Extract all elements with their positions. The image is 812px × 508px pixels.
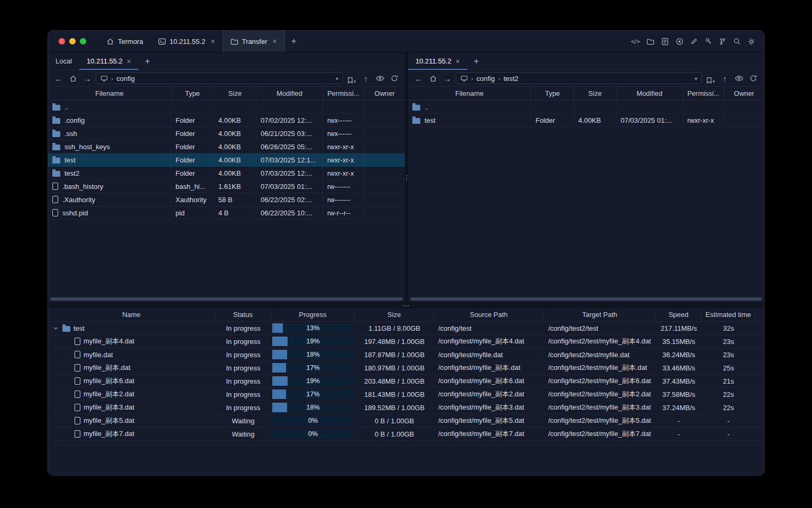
tab-transfer[interactable]: Transfer × (223, 31, 285, 52)
tab-close-icon[interactable]: × (273, 37, 277, 46)
path-segment[interactable]: config (116, 75, 135, 83)
file-row[interactable]: ssh_host_keysFolder4.00KB06/26/2025 05:.… (48, 140, 405, 153)
file-size: 4.00KB (214, 167, 256, 179)
computer-icon (460, 75, 468, 82)
panel-new-tab-button[interactable]: + (139, 52, 156, 70)
home-button[interactable] (67, 72, 79, 84)
transfer-table-header: Name Status Progress Size Source Path Ta… (48, 308, 764, 322)
zoom-window-button[interactable] (80, 38, 86, 44)
column-header[interactable]: Name (48, 308, 215, 321)
file-row[interactable]: sshd.pidpid4 B06/22/2025 10:...rw-r--r-- (48, 206, 405, 220)
tab-termora[interactable]: Termora (99, 31, 151, 52)
refresh-button[interactable] (389, 72, 400, 84)
column-header[interactable]: Progress (271, 308, 355, 321)
column-header[interactable]: Status (215, 308, 271, 321)
transfer-row[interactable]: myfile_副本7.datWaiting0%0 B / 1.00GB/conf… (48, 428, 764, 441)
column-header[interactable]: Target Path (544, 308, 656, 321)
back-button[interactable]: ← (413, 72, 425, 84)
horizontal-scrollbar[interactable] (410, 297, 762, 301)
back-button[interactable]: ← (53, 72, 64, 84)
new-tab-button[interactable]: + (285, 31, 303, 52)
home-button[interactable] (427, 72, 439, 84)
forward-button[interactable]: → (441, 72, 453, 84)
horizontal-scrollbar[interactable] (50, 297, 403, 301)
tab-close-icon[interactable]: × (127, 57, 131, 66)
chevron-down-icon[interactable]: ▾ (336, 76, 338, 81)
column-header[interactable]: Type (171, 87, 214, 100)
bookmark-button[interactable]: ▾ (346, 72, 357, 84)
horizontal-splitter[interactable]: ⋯ (48, 303, 764, 308)
tab-local[interactable]: Local (48, 52, 79, 70)
column-header[interactable]: Estimated time (702, 308, 755, 321)
forward-button[interactable]: → (81, 72, 93, 84)
file-row[interactable]: .sshFolder4.00KB06/21/2025 03:...rwx----… (48, 127, 405, 140)
file-owner (364, 127, 405, 140)
minimize-window-button[interactable] (69, 38, 76, 44)
file-modified (256, 101, 323, 113)
column-header[interactable]: Size (355, 308, 434, 321)
transfer-row[interactable]: myfile_副本4.datIn progress19%197.48MB / 1… (48, 335, 764, 348)
column-header[interactable]: Size (574, 87, 616, 100)
file-type: Folder (171, 153, 214, 166)
toggle-hidden-files-button[interactable] (733, 72, 745, 84)
column-header[interactable]: Source Path (434, 308, 544, 321)
column-header[interactable]: Modified (616, 87, 683, 100)
tab-close-icon[interactable]: × (210, 37, 215, 46)
file-row[interactable]: testFolder4.00KB07/03/2025 01:...rwxr-xr… (408, 114, 764, 127)
panel-new-tab-button[interactable]: + (467, 52, 485, 70)
breadcrumb-separator: › (471, 75, 473, 83)
refresh-button[interactable] (748, 72, 759, 84)
transfer-size: 0 B / 1.00GB (355, 414, 434, 427)
file-row[interactable]: test2Folder4.00KB07/03/2025 12:...rwxr-x… (48, 167, 405, 180)
path-segment[interactable]: config (476, 75, 495, 83)
column-header[interactable]: Owner (724, 87, 764, 100)
column-header[interactable]: Filename (48, 87, 171, 100)
collapse-chevron-icon[interactable] (52, 325, 59, 331)
row-gutter (755, 428, 764, 440)
column-header[interactable]: Permissi... (683, 87, 724, 100)
transfer-row[interactable]: myfile.datIn progress18%187.87MB / 1.00G… (48, 348, 764, 361)
upload-button[interactable]: ↑ (360, 72, 372, 84)
path-bar[interactable]: › config ▾ (96, 72, 343, 84)
file-row[interactable]: testFolder4.00KB07/03/2025 12:1...rwxr-x… (48, 153, 405, 167)
transfer-target-path: /config/test2/test/myfile_副本5.dat (544, 414, 656, 427)
close-window-button[interactable] (59, 38, 65, 44)
settings-gear-icon[interactable] (748, 38, 755, 46)
path-segment[interactable]: test2 (503, 75, 518, 83)
toggle-hidden-files-button[interactable] (374, 72, 386, 84)
branch-icon[interactable] (719, 38, 726, 46)
column-header[interactable]: Type (531, 87, 574, 100)
file-row[interactable]: .. (408, 101, 764, 114)
transfer-row[interactable]: testIn progress13%1.11GB / 8.00GB/config… (48, 322, 764, 335)
transfer-row[interactable]: myfile_副本5.datWaiting0%0 B / 1.00GB/conf… (48, 414, 764, 428)
chevron-down-icon[interactable]: ▾ (695, 76, 697, 81)
tab-10-211-55-2[interactable]: 10.211.55.2 × (79, 52, 139, 70)
file-row[interactable]: .configFolder4.00KB07/02/2025 12:...rwx-… (48, 114, 405, 127)
file-row[interactable]: .. (48, 101, 405, 114)
column-header[interactable]: Permissi... (323, 87, 364, 100)
transfer-row[interactable]: myfile_副本.datIn progress17%180.97MB / 1.… (48, 361, 764, 375)
column-header[interactable]: Modified (256, 87, 323, 100)
column-header[interactable]: Owner (364, 87, 405, 100)
tab-session-10-211-55-2[interactable]: 10.211.55.2 × (151, 31, 223, 52)
edit-icon[interactable] (690, 38, 698, 45)
key-icon[interactable] (705, 38, 712, 45)
transfer-row[interactable]: myfile_副本3.datIn progress18%189.52MB / 1… (48, 401, 764, 414)
code-snippets-icon[interactable]: </> (631, 38, 640, 45)
file-row[interactable]: .bash_historybash_hi...1.61KB07/03/2025 … (48, 180, 405, 193)
transfer-row[interactable]: myfile_副本6.datIn progress19%203.48MB / 1… (48, 375, 764, 388)
column-header[interactable]: Filename (408, 87, 531, 100)
tab-10-211-55-2[interactable]: 10.211.55.2 × (408, 52, 467, 70)
path-bar[interactable]: › config › test2 ▾ (456, 72, 702, 84)
log-journal-icon[interactable] (661, 38, 669, 46)
transfer-row[interactable]: myfile_副本2.datIn progress17%181.43MB / 1… (48, 388, 764, 401)
bookmark-button[interactable]: ▾ (705, 72, 716, 84)
column-header[interactable]: Speed (656, 308, 702, 321)
sftp-folder-icon[interactable] (647, 38, 654, 46)
tab-close-icon[interactable]: × (456, 57, 460, 66)
file-row[interactable]: .XauthorityXauthority58 B06/22/2025 02:.… (48, 193, 405, 206)
record-icon[interactable] (676, 38, 684, 46)
search-icon[interactable] (733, 38, 741, 45)
upload-button[interactable]: ↑ (719, 72, 731, 84)
column-header[interactable]: Size (214, 87, 256, 100)
